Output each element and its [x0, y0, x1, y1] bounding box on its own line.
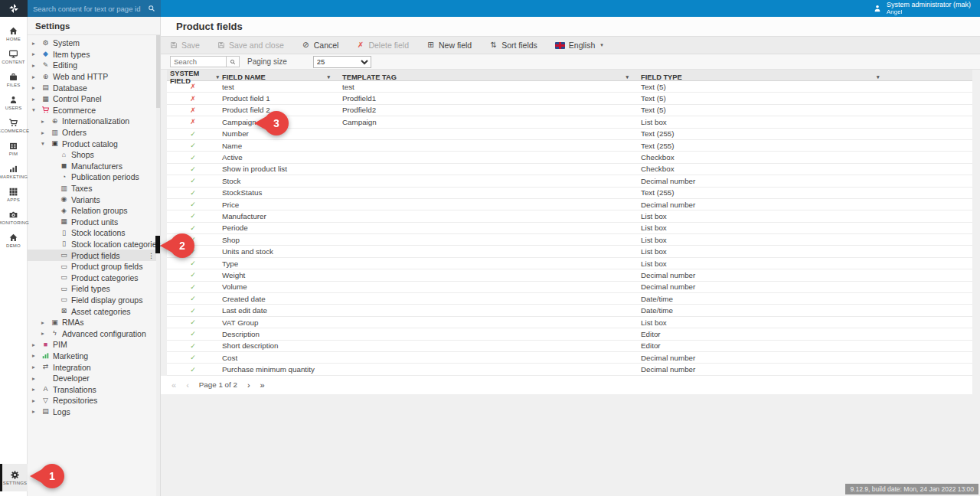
table-row[interactable]: ✓ Active Checkbox [167, 152, 972, 163]
column-header-field-type[interactable]: FIELD TYPE▾ [638, 73, 972, 81]
chevron-right-icon[interactable]: ▸ [32, 408, 41, 415]
tree-item-item-types[interactable]: ▸ ◆ Item types [28, 49, 160, 60]
table-row[interactable]: ✓ Short description Editor [167, 341, 972, 352]
table-row[interactable]: ✓ Units and stock List box [167, 246, 972, 257]
chevron-right-icon[interactable]: ▸ [41, 330, 50, 337]
next-page-button[interactable]: › [247, 380, 250, 390]
tree-item-orders[interactable]: ▸ ▥ Orders [28, 127, 160, 139]
rail-item-pim[interactable]: PIM [0, 137, 27, 160]
chevron-right-icon[interactable]: ▸ [32, 73, 41, 80]
item-menu-icon[interactable]: ⋮ [148, 252, 155, 259]
table-row[interactable]: ✗ Product field 1 Prodfield1 Text (5) [167, 93, 972, 104]
table-row[interactable]: ✓ Manufacturer List box [167, 210, 972, 222]
save-button[interactable]: Save [170, 41, 200, 50]
rail-item-demo[interactable]: DEMO [0, 229, 27, 252]
tree-item-logs[interactable]: ▸ ▤ Logs [28, 406, 160, 418]
rail-item-content[interactable]: CONTENT [0, 45, 27, 68]
sort-caret-icon[interactable]: ▾ [626, 74, 629, 80]
table-row[interactable]: ✓ Name Text (255) [167, 140, 972, 152]
tree-item-system[interactable]: ▸ ⚙ System [28, 38, 160, 49]
sidebar-scrollbar-thumb[interactable] [156, 35, 160, 108]
table-row[interactable]: ✓ Purchase minimum quantity Decimal numb… [167, 364, 972, 375]
tree-item-stock-locations[interactable]: ▯ Stock locations [28, 227, 160, 239]
rail-item-home[interactable]: HOME [0, 22, 27, 45]
tree-item-stock-location-categories[interactable]: ▯ Stock location categories [28, 239, 160, 250]
global-search-input[interactable] [33, 5, 148, 13]
table-row[interactable]: ✓ Description Editor [167, 328, 972, 340]
tree-item-field-types[interactable]: ▭ Field types [28, 283, 160, 295]
tree-item-shops[interactable]: ⌂ Shops [28, 149, 160, 161]
chevron-right-icon[interactable]: ▸ [32, 40, 41, 47]
tree-item-integration[interactable]: ▸ ⇄ Integration [28, 361, 160, 373]
tree-item-translations[interactable]: ▸ A Translations [28, 383, 160, 395]
chevron-down-icon[interactable]: ▾ [32, 106, 41, 113]
tree-item-advanced-configuration[interactable]: ▸ ϟ Advanced configuration [28, 328, 160, 339]
rail-item-monitoring[interactable]: MONITORING [0, 206, 27, 229]
table-search-input[interactable] [170, 56, 227, 67]
chevron-right-icon[interactable]: ▸ [32, 364, 41, 370]
tree-item-asset-categories[interactable]: ⊠ Asset categories [28, 305, 160, 317]
app-logo[interactable] [0, 0, 28, 17]
table-row[interactable]: ✓ Last edit date Date/time [167, 305, 972, 316]
chevron-right-icon[interactable]: ▸ [32, 386, 41, 393]
delete-field-button[interactable]: ✗Delete field [356, 41, 409, 50]
tree-item-developer[interactable]: ▸ Developer [28, 373, 160, 384]
rail-item-ecommerce[interactable]: ECOMMERCE [0, 114, 27, 137]
previous-page-button[interactable]: ‹ [186, 380, 189, 390]
chevron-right-icon[interactable]: ▸ [32, 352, 41, 359]
table-row[interactable]: ✓ VAT Group List box [167, 317, 972, 328]
chevron-right-icon[interactable]: ▸ [32, 397, 41, 404]
tree-item-control-panel[interactable]: ▸ ▦ Control Panel [28, 93, 160, 105]
table-row[interactable]: ✓ Stock Decimal number [167, 175, 972, 187]
sidebar-scrollbar[interactable] [156, 35, 160, 496]
new-field-button[interactable]: ⊞New field [426, 41, 472, 50]
user-menu[interactable]: System administrator (mak) Angel [873, 0, 980, 17]
tree-item-variants[interactable]: ◉ Variants [28, 194, 160, 205]
tree-item-internationalization[interactable]: ▸ ⊕ Internationalization [28, 116, 160, 127]
tree-item-product-group-fields[interactable]: ▭ Product group fields [28, 261, 160, 272]
table-row[interactable]: ✓ Shop List box [167, 234, 972, 246]
first-page-button[interactable]: « [172, 380, 176, 390]
chevron-right-icon[interactable]: ▸ [32, 375, 41, 382]
table-row[interactable]: ✓ Price Decimal number [167, 199, 972, 210]
chevron-right-icon[interactable]: ▸ [32, 84, 41, 91]
table-row[interactable]: ✓ Periode List box [167, 223, 972, 234]
table-search-button[interactable] [227, 56, 240, 67]
chevron-right-icon[interactable]: ▸ [32, 341, 41, 348]
column-header-field-name[interactable]: FIELD NAME▾ [219, 73, 339, 81]
english-button[interactable]: English ▾ [555, 41, 603, 50]
chevron-down-icon[interactable]: ▾ [41, 140, 50, 147]
chevron-right-icon[interactable]: ▸ [32, 62, 41, 69]
table-row[interactable]: ✓ Created date Date/time [167, 293, 972, 305]
tree-item-marketing[interactable]: ▸ Marketing [28, 351, 160, 362]
cancel-button[interactable]: ⊘Cancel [302, 41, 339, 50]
sort-caret-icon[interactable]: ▾ [877, 74, 880, 80]
chevron-right-icon[interactable]: ▸ [32, 51, 41, 57]
tree-item-product-units[interactable]: ▦ Product units [28, 217, 160, 228]
chevron-right-icon[interactable]: ▸ [32, 96, 41, 103]
save-and-close-button[interactable]: Save and close [217, 41, 284, 50]
tree-item-manufacturers[interactable]: ◼ Manufacturers [28, 161, 160, 172]
rail-item-settings[interactable]: SETTINGS [0, 464, 28, 491]
rail-item-users[interactable]: USERS [0, 91, 27, 114]
tree-item-ecommerce[interactable]: ▾ Ecommerce [28, 105, 160, 116]
sort-fields-button[interactable]: ⇅Sort fields [489, 41, 537, 50]
tree-item-publication-periods[interactable]: ◔ Publication periods [28, 171, 160, 183]
tree-item-taxes[interactable]: ▥ Taxes [28, 183, 160, 194]
tree-item-editing[interactable]: ▸ ✎ Editing [28, 60, 160, 71]
table-row[interactable]: ✓ Weight Decimal number [167, 269, 972, 281]
chevron-right-icon[interactable]: ▸ [41, 319, 50, 326]
tree-item-product-fields[interactable]: ▭ Product fields ⋮ [28, 250, 160, 261]
last-page-button[interactable]: » [260, 380, 265, 390]
table-row[interactable]: ✗ test test Text (5) [167, 81, 972, 93]
tree-item-pim[interactable]: ▸ ■ PIM [28, 339, 160, 351]
tree-item-relation-groups[interactable]: ◈ Relation groups [28, 205, 160, 217]
column-header-system-field[interactable]: SYSTEM FIELD▾ [167, 70, 219, 85]
tree-item-field-display-groups[interactable]: ▭ Field display groups [28, 295, 160, 306]
table-row[interactable]: ✓ StockStatus Text (255) [167, 188, 972, 199]
tree-item-repositories[interactable]: ▸ ▽ Repositories [28, 395, 160, 406]
table-row[interactable]: ✓ Type List box [167, 258, 972, 269]
table-row[interactable]: ✓ Volume Decimal number [167, 282, 972, 293]
table-row[interactable]: ✓ Show in product list Checkbox [167, 164, 972, 175]
paging-size-select[interactable]: 25 [313, 56, 371, 68]
